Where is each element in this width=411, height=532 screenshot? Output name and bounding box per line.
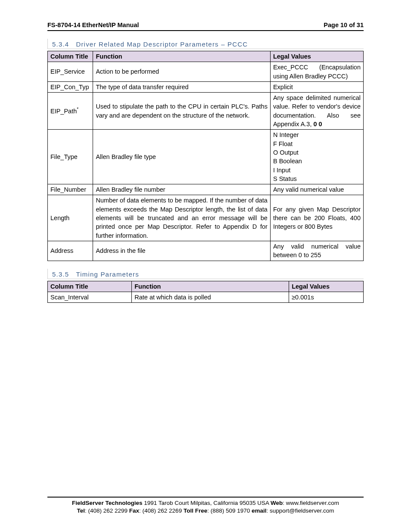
section-534-title: Driver Related Map Descriptor Parameters… bbox=[76, 40, 248, 48]
cell-function: Allen Bradley file number bbox=[93, 184, 271, 195]
timing-params-table: Column Title Function Legal Values Scan_… bbox=[47, 281, 364, 303]
cell-legal-values: Explicit bbox=[270, 81, 363, 92]
cell-legal-values: ≥0.001s bbox=[289, 292, 364, 302]
section-534-number: 5.3.4 bbox=[52, 40, 69, 48]
cell-column-title: Scan_Interval bbox=[48, 292, 132, 302]
cell-function: Rate at which data is polled bbox=[132, 292, 289, 302]
table-row: Scan_Interval Rate at which data is poll… bbox=[48, 292, 364, 302]
cell-function: Address in the file bbox=[93, 241, 271, 261]
cell-legal-values: N Integer F Float O Output B Boolean I I… bbox=[270, 130, 363, 184]
th-legal-values: Legal Values bbox=[270, 51, 363, 62]
cell-column-title: Address bbox=[48, 241, 93, 261]
table-header-row: Column Title Function Legal Values bbox=[48, 51, 364, 62]
table-row: Address Address in the file Any valid nu… bbox=[48, 241, 364, 261]
section-535-number: 5.3.5 bbox=[52, 271, 69, 278]
header-left: FS-8704-14 EtherNet/IP Manual bbox=[47, 22, 139, 28]
cell-column-title: EIP_Service bbox=[48, 62, 93, 82]
table-row: File_Number Allen Bradley file number An… bbox=[48, 184, 364, 195]
section-535-heading: 5.3.5Timing Parameters bbox=[47, 269, 364, 279]
page-header: FS-8704-14 EtherNet/IP Manual Page 10 of… bbox=[47, 22, 364, 31]
table-header-row: Column Title Function Legal Values bbox=[48, 281, 364, 292]
cell-function: Used to stipulate the path to the CPU in… bbox=[93, 93, 271, 130]
cell-function: The type of data transfer required bbox=[93, 81, 271, 92]
th-column-title: Column Title bbox=[48, 51, 93, 62]
header-right: Page 10 of 31 bbox=[324, 22, 364, 28]
th-legal-values: Legal Values bbox=[289, 281, 364, 292]
cell-column-title: EIP_Path* bbox=[48, 93, 93, 130]
table-row: File_Type Allen Bradley file type N Inte… bbox=[48, 130, 364, 184]
footer-line-2: Tel: (408) 262 2299 Fax: (408) 262 2269 … bbox=[47, 507, 364, 515]
pccc-params-table: Column Title Function Legal Values EIP_S… bbox=[47, 51, 364, 261]
cell-column-title: File_Type bbox=[48, 130, 93, 184]
cell-legal-values: Any space delimited numerical value. Ref… bbox=[270, 93, 363, 130]
cell-column-title: File_Number bbox=[48, 184, 93, 195]
section-534-heading: 5.3.4Driver Related Map Descriptor Param… bbox=[47, 39, 364, 49]
footer-line-1: FieldServer Technologies 1991 Tarob Cour… bbox=[47, 499, 364, 507]
cell-column-title: Length bbox=[48, 195, 93, 241]
th-column-title: Column Title bbox=[48, 281, 132, 292]
page-footer: FieldServer Technologies 1991 Tarob Cour… bbox=[47, 497, 364, 515]
cell-legal-values: Exec_PCCC (Encapsulation using Allen Bra… bbox=[270, 62, 363, 82]
table-row: EIP_Service Action to be performed Exec_… bbox=[48, 62, 364, 82]
cell-legal-values: For any given Map Descriptor there can b… bbox=[270, 195, 363, 241]
table-row: EIP_Con_Typ The type of data transfer re… bbox=[48, 81, 364, 92]
cell-function: Number of data elements to be mapped. If… bbox=[93, 195, 271, 241]
th-function: Function bbox=[93, 51, 271, 62]
footnote-marker: * bbox=[77, 107, 78, 112]
table-row: Length Number of data elements to be map… bbox=[48, 195, 364, 241]
cell-legal-values: Any valid numerical value between 0 to 2… bbox=[270, 241, 363, 261]
section-535-title: Timing Parameters bbox=[76, 271, 139, 278]
cell-function: Allen Bradley file type bbox=[93, 130, 271, 184]
table-row: EIP_Path* Used to stipulate the path to … bbox=[48, 93, 364, 130]
cell-function: Action to be performed bbox=[93, 62, 271, 82]
th-function: Function bbox=[132, 281, 289, 292]
cell-legal-values: Any valid numerical value bbox=[270, 184, 363, 195]
cell-column-title: EIP_Con_Typ bbox=[48, 81, 93, 92]
